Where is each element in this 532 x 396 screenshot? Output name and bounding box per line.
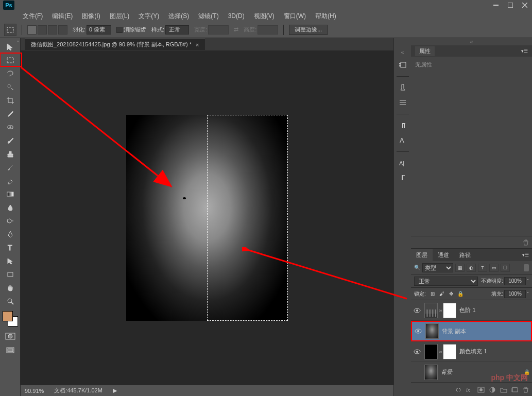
layer-fx-icon[interactable]: fx bbox=[466, 387, 473, 393]
brush-panel-icon[interactable] bbox=[397, 83, 408, 93]
layer-mask-thumb[interactable] bbox=[443, 303, 456, 318]
style-select[interactable]: 正常 bbox=[165, 25, 189, 35]
healing-brush-tool[interactable] bbox=[4, 120, 17, 134]
quickmask-toggle[interactable] bbox=[4, 330, 17, 343]
filter-smart-icon[interactable]: ☐ bbox=[501, 264, 510, 272]
tool-preset-icon[interactable] bbox=[4, 24, 16, 36]
panel-collapse-icon[interactable]: « bbox=[411, 38, 532, 45]
layer-thumb[interactable] bbox=[425, 323, 439, 339]
selection-new[interactable] bbox=[27, 25, 37, 35]
path-select-tool[interactable] bbox=[4, 254, 17, 268]
fill-input[interactable] bbox=[504, 290, 526, 298]
link-layers-icon[interactable] bbox=[455, 387, 462, 393]
stamp-tool[interactable] bbox=[4, 147, 17, 161]
layer-thumb[interactable] bbox=[424, 365, 438, 380]
selection-subtract[interactable] bbox=[48, 25, 57, 35]
layer-visibility-icon[interactable] bbox=[413, 308, 421, 313]
layer-name[interactable]: 颜色填充 1 bbox=[459, 348, 530, 355]
screenmode-toggle[interactable] bbox=[4, 344, 17, 357]
menu-view[interactable]: 视图(V) bbox=[250, 11, 279, 22]
character-panel-icon[interactable]: A bbox=[397, 135, 408, 145]
menu-window[interactable]: 窗口(W) bbox=[280, 11, 310, 22]
color-swatches[interactable] bbox=[3, 311, 18, 326]
lock-all-icon[interactable]: 🔒 bbox=[457, 290, 464, 298]
lock-transparent-icon[interactable]: ⊞ bbox=[429, 290, 436, 298]
layer-thumb[interactable] bbox=[424, 303, 438, 318]
zoom-tool[interactable] bbox=[4, 295, 17, 308]
selection-intersect[interactable] bbox=[58, 25, 67, 35]
menu-file[interactable]: 文件(F) bbox=[19, 11, 47, 22]
filter-type-select[interactable]: 类型 bbox=[422, 263, 453, 272]
delete-layer-icon[interactable] bbox=[523, 387, 529, 393]
history-panel-icon[interactable] bbox=[397, 60, 408, 70]
opacity-input[interactable] bbox=[504, 277, 526, 285]
layer-mask-icon[interactable] bbox=[477, 387, 485, 393]
toolbar-expand-icon[interactable]: » bbox=[17, 39, 19, 44]
layer-visibility-icon[interactable] bbox=[413, 349, 421, 354]
feather-input[interactable] bbox=[87, 25, 111, 35]
zoom-value[interactable]: 90.91% bbox=[25, 388, 44, 394]
lock-pixels-icon[interactable]: 🖌 bbox=[438, 290, 445, 298]
new-layer-icon[interactable] bbox=[511, 387, 519, 393]
channels-tab[interactable]: 通道 bbox=[433, 249, 454, 261]
move-tool[interactable] bbox=[4, 40, 17, 54]
adjustment-layer-icon[interactable] bbox=[489, 387, 496, 393]
brush-preset-icon[interactable] bbox=[397, 97, 408, 108]
layer-thumb[interactable] bbox=[424, 344, 438, 359]
pen-tool[interactable] bbox=[4, 228, 17, 241]
paths-tab[interactable]: 路径 bbox=[454, 249, 476, 261]
hand-tool[interactable] bbox=[4, 281, 17, 295]
filter-adjust-icon[interactable]: ◐ bbox=[467, 264, 476, 272]
menu-select[interactable]: 选择(S) bbox=[164, 11, 193, 22]
menu-type[interactable]: 文字(Y) bbox=[134, 11, 163, 22]
fill-dropdown-icon[interactable]: ˅ bbox=[527, 291, 529, 296]
quick-select-tool[interactable] bbox=[4, 80, 17, 94]
canvas[interactable] bbox=[21, 50, 393, 385]
layer-item-colorfill[interactable]: ∞ 颜色填充 1 bbox=[411, 341, 532, 362]
lock-position-icon[interactable]: ✥ bbox=[448, 290, 455, 298]
foreground-color[interactable] bbox=[3, 311, 13, 321]
char-styles-icon[interactable]: A| bbox=[397, 158, 408, 168]
filter-search-icon[interactable]: 🔍 bbox=[414, 265, 420, 270]
blend-mode-select[interactable]: 正常 bbox=[414, 277, 478, 286]
statusbar-arrow-icon[interactable]: ▶ bbox=[113, 387, 117, 394]
layer-visibility-icon[interactable] bbox=[414, 329, 422, 334]
history-brush-tool[interactable] bbox=[4, 161, 17, 174]
layers-menu-icon[interactable]: ▾☰ bbox=[522, 252, 532, 257]
tab-close-icon[interactable]: × bbox=[196, 42, 199, 48]
brush-tool[interactable] bbox=[4, 134, 17, 147]
minimize-button[interactable] bbox=[489, 1, 503, 10]
antialias-checkbox[interactable] bbox=[116, 27, 123, 33]
strip-collapse-icon[interactable]: « bbox=[401, 48, 404, 56]
filter-toggle[interactable] bbox=[524, 264, 529, 271]
paragraph-panel-icon[interactable] bbox=[397, 120, 408, 131]
menu-3d[interactable]: 3D(D) bbox=[224, 11, 249, 21]
layer-name[interactable]: 色阶 1 bbox=[459, 306, 530, 314]
crop-tool[interactable] bbox=[4, 94, 17, 107]
panel-menu-icon[interactable]: ▾☰ bbox=[521, 48, 528, 54]
filter-pixel-icon[interactable]: ▦ bbox=[455, 264, 465, 272]
layer-mask-thumb[interactable] bbox=[443, 344, 456, 359]
refine-edge-button[interactable]: 调整边缘... bbox=[289, 25, 328, 35]
para-styles-icon[interactable] bbox=[397, 173, 408, 183]
eraser-tool[interactable] bbox=[4, 174, 17, 187]
layer-group-icon[interactable] bbox=[500, 387, 507, 393]
layers-tab[interactable]: 图层 bbox=[411, 249, 433, 261]
trash-icon[interactable] bbox=[523, 239, 529, 246]
filter-type-icon[interactable]: T bbox=[478, 264, 487, 272]
mask-link-icon[interactable]: ∞ bbox=[439, 349, 442, 354]
mask-link-icon[interactable]: ∞ bbox=[439, 308, 442, 313]
blur-tool[interactable] bbox=[4, 201, 17, 214]
menu-help[interactable]: 帮助(H) bbox=[311, 11, 340, 22]
marquee-tool[interactable] bbox=[4, 54, 17, 67]
eyedropper-tool[interactable] bbox=[4, 107, 17, 120]
menu-image[interactable]: 图像(I) bbox=[78, 11, 104, 22]
maximize-button[interactable] bbox=[503, 1, 518, 10]
shape-tool[interactable] bbox=[4, 268, 17, 281]
type-tool[interactable]: T bbox=[4, 241, 17, 254]
opacity-dropdown-icon[interactable]: ˅ bbox=[527, 279, 529, 283]
layer-name[interactable]: 背景 副本 bbox=[442, 328, 529, 335]
dodge-tool[interactable] bbox=[4, 214, 17, 228]
lasso-tool[interactable] bbox=[4, 67, 17, 80]
selection-add[interactable] bbox=[38, 25, 47, 35]
